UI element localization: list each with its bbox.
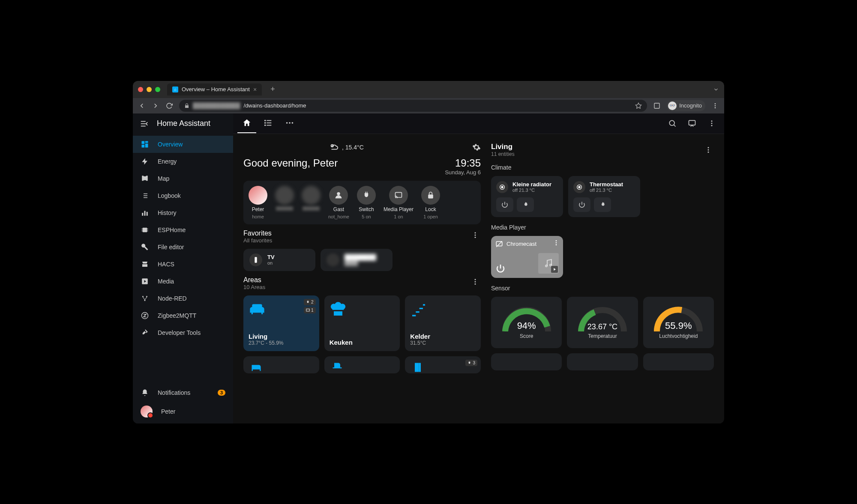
incognito-badge[interactable]: 👓 Incognito (667, 100, 705, 111)
media-player-card[interactable]: Chromecast (491, 236, 563, 278)
browser-menu-icon[interactable] (711, 102, 719, 110)
svg-point-58 (475, 281, 476, 282)
settings-button[interactable] (472, 143, 481, 152)
chip-hidden-2[interactable] (302, 186, 321, 219)
sidebar-item-hacs[interactable]: HACS (133, 256, 233, 273)
close-tab-icon[interactable]: × (253, 86, 257, 93)
area-card-keuken[interactable]: Keuken (324, 295, 400, 351)
climate-power-button[interactable] (496, 197, 513, 212)
window-close[interactable] (138, 87, 143, 92)
sidebar-item-media[interactable]: Media (133, 273, 233, 290)
svg-rect-45 (689, 120, 695, 125)
climate-heat-button[interactable] (517, 197, 534, 212)
more-v-icon (471, 278, 479, 286)
media-power-button[interactable] (495, 263, 506, 274)
chip-switch[interactable]: Switch5 on (357, 186, 376, 219)
svg-point-47 (711, 123, 713, 124)
media-section-label: Media Player (491, 224, 714, 231)
browser-tab[interactable]: ⌂ Overview – Home Assistant × (167, 84, 262, 95)
sidebar-item-map[interactable]: Map (133, 170, 233, 187)
menu-collapse-icon[interactable] (140, 119, 149, 128)
favicon-icon: ⌂ (172, 86, 178, 92)
chip-media[interactable]: Media Player1 on (384, 186, 414, 219)
chef-hat-icon (330, 301, 395, 318)
sensor-label: Luchtvochtigheid (659, 333, 698, 339)
sidebar-item-history[interactable]: History (133, 204, 233, 221)
plug-icon (357, 186, 376, 205)
sensor-card-humidity[interactable]: 55.9% Luchtvochtigheid (643, 297, 714, 348)
sensor-card-6[interactable] (643, 353, 714, 370)
sidebar-item-label: Map (158, 175, 169, 182)
bookmark-icon[interactable] (635, 102, 642, 109)
search-button[interactable] (664, 115, 680, 131)
sidebar-item-devtools[interactable]: Developer Tools (133, 324, 233, 341)
climate-heat-button[interactable] (594, 197, 611, 212)
chip-hidden-1[interactable] (275, 186, 294, 219)
sensor-card-score[interactable]: 94% Score (491, 297, 562, 348)
sidebar-item-label: Zigbee2MQTT (158, 312, 196, 319)
svg-point-65 (708, 151, 709, 152)
svg-point-40 (286, 122, 288, 124)
sidebar-item-notifications[interactable]: Notifications 3 (133, 384, 233, 401)
sidebar-item-nodered[interactable]: Node-RED (133, 290, 233, 307)
home-icon (242, 118, 252, 128)
nodes-icon (141, 294, 149, 303)
chip-peter[interactable]: Peterhome (249, 186, 267, 219)
power-icon (578, 201, 586, 209)
nav-reload-icon[interactable] (165, 102, 173, 110)
media-player-menu[interactable] (553, 239, 560, 246)
favorite-card-tv[interactable]: TVon (243, 249, 315, 271)
sidebar-item-logbook[interactable]: Logbook (133, 187, 233, 204)
topbar-menu-button[interactable] (704, 115, 720, 131)
tab-list[interactable] (259, 113, 278, 133)
address-bar[interactable]: ████████████/dwains-dashboard/home (179, 100, 647, 112)
incognito-icon: 👓 (668, 101, 677, 110)
chip-gast[interactable]: Gastnot_home (328, 186, 349, 219)
area-card-kelder[interactable]: Kelder31.5°C (405, 295, 481, 351)
area-card-6[interactable]: 3 (405, 356, 481, 373)
climate-card-radiator[interactable]: Kleine radiatoroff 21.3 °C (491, 176, 563, 217)
sensor-card-temp[interactable]: 23.67 °C Temperatuur (567, 297, 638, 348)
lock-icon (184, 103, 189, 108)
extension-icon[interactable] (653, 102, 661, 110)
areas-menu-button[interactable] (470, 276, 481, 287)
tab-list-chevron-icon[interactable] (713, 86, 719, 92)
nav-back-icon[interactable] (138, 102, 146, 110)
sidebar-item-zigbee[interactable]: Zigbee2MQTT (133, 307, 233, 324)
svg-point-28 (142, 296, 144, 297)
svg-rect-62 (419, 363, 421, 372)
sidebar-item-overview[interactable]: Overview (133, 136, 233, 153)
climate-card-thermostaat[interactable]: Thermostaatoff 21.3 °C (568, 176, 640, 217)
sidebar-item-esphome[interactable]: ESPHome (133, 221, 233, 239)
window-maximize[interactable] (155, 87, 160, 92)
window-minimize[interactable] (147, 87, 152, 92)
sensor-card-5[interactable] (567, 353, 638, 370)
area-card-4[interactable] (243, 356, 319, 373)
shower-icon (330, 361, 395, 373)
favorite-card-hidden[interactable]: ████████████ (321, 249, 393, 271)
sensor-card-4[interactable] (491, 353, 562, 370)
nav-forward-icon[interactable] (152, 102, 159, 110)
tab-home[interactable] (237, 113, 256, 133)
tab-more[interactable] (280, 113, 299, 133)
new-tab-button[interactable]: + (270, 85, 275, 94)
favorites-menu-button[interactable] (470, 230, 481, 241)
area-card-living[interactable]: 2 1 Living23.7°C - 55.9% (243, 295, 319, 351)
sidebar-item-user[interactable]: Peter (133, 401, 233, 422)
sidebar-item-energy[interactable]: Energy (133, 153, 233, 170)
weather-chip[interactable]: , 15.4°C (329, 143, 364, 152)
svg-point-48 (711, 125, 713, 126)
avatar-icon (275, 186, 294, 205)
svg-rect-60 (306, 309, 310, 311)
assist-button[interactable] (684, 115, 700, 131)
chip-lock[interactable]: Lock1 open (421, 186, 440, 219)
area-card-5[interactable] (324, 356, 400, 373)
sidebar-item-file-editor[interactable]: File editor (133, 239, 233, 256)
person-entity-chips: Peterhome Gastnot_home Switch5 on Media … (243, 181, 481, 224)
remote-icon (249, 253, 262, 266)
svg-rect-51 (395, 192, 402, 197)
room-menu-button[interactable] (703, 144, 714, 155)
climate-power-button[interactable] (573, 197, 590, 212)
svg-point-46 (711, 120, 713, 122)
svg-point-54 (475, 234, 476, 236)
